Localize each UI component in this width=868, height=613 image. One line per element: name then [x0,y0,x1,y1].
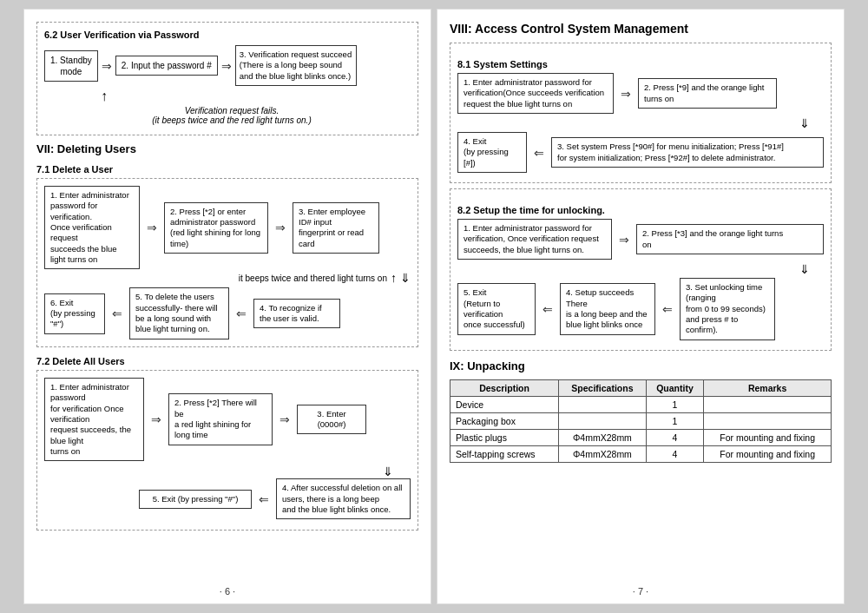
row2-remarks [704,412,832,429]
table-row: Plastic plugs Φ4mmX28mm 4 For mounting a… [450,429,832,445]
section-82: 8.2 Setup the time for unlocking. 1. Ent… [450,188,832,351]
step-72-4: 4. After successful deletion on allusers… [276,478,411,519]
section-62: 6.2 User Verification via Password 1. St… [36,22,418,135]
arrow-right-2: ⇒ [221,59,232,73]
left-page-number: · 6 · [24,586,431,597]
step-71-2: 2. Press [*2] or enteradministrator pass… [164,202,268,254]
arrow-72-1: ⇒ [151,412,161,426]
arrow-81-1: ⇒ [621,87,631,101]
step-81-3: 3. Set system Press [*90#] for menu init… [551,137,824,168]
section-ix: IX: Unpacking Description Specifications… [450,359,832,463]
row-71-bottom: 6. Exit(by pressing "#") ⇐ 5. To delete … [44,287,411,339]
arrow-72-left: ⇐ [259,492,269,506]
row2-desc: Packaging box [450,412,559,429]
step-72-2: 2. Press [*2] There will bea red light s… [168,393,273,445]
arrow-72-down: ⇓ [44,465,393,478]
row-72-top: 1. Enter administrator passwordfor verif… [44,378,411,461]
section-ix-title: IX: Unpacking [450,359,832,372]
arrow-up-icon: ↑ [101,89,108,103]
row-82-top: 1. Enter administrator password forverif… [457,219,824,260]
feedback-note-62: Verification request fails.(it beeps twi… [53,106,411,125]
row1-spec [559,396,647,412]
step-82-2: 2. Press [*3] and the orange light turns… [636,224,824,254]
col-description: Description [450,379,559,396]
row-82-bottom: 5. Exit(Return to verificationonce succe… [457,278,824,340]
right-page: VIII: Access Control System Management 8… [437,9,845,604]
arrow-82-left-1: ⇐ [542,302,553,316]
section-71: 1. Enter administratorpassword for verif… [36,178,418,347]
row4-remarks: For mounting and fixing [704,445,832,462]
table-row: Packaging box 1 [450,412,832,429]
arrow-81-left: ⇐ [534,146,544,160]
row1-qty: 1 [646,396,703,412]
section-72: 1. Enter administrator passwordfor verif… [36,370,418,531]
step-81-2: 2. Press [*9] and the orange lightturns … [638,78,777,109]
step-72-3: 3. Enter (0000#) [297,405,366,435]
row2-qty: 1 [646,412,703,429]
section-81-title: 8.1 System Settings [457,59,824,69]
section-81: 8.1 System Settings 1. Enter administrat… [450,43,832,183]
step-62-1: 1. Standbymode [44,50,98,82]
row1-remarks [704,396,832,412]
arrow-up-71: ↑ [391,271,397,285]
left-page: 6.2 User Verification via Password 1. St… [23,9,431,604]
step-72-5: 5. Exit (by pressing "#") [139,490,252,509]
step-62-2: 2. Input the password # [115,56,218,76]
section-7-title: VII: Deleting Users [36,142,418,155]
col-quantity: Quantity [646,379,703,396]
row-81-bottom: 4. Exit(by pressing [#]) ⇐ 3. Set system… [457,132,824,173]
step-82-3: 3. Set unlocking time (rangingfrom 0 to … [680,278,775,340]
row4-spec: Φ4mmX28mm [559,445,647,462]
table-row: Device 1 [450,396,832,412]
feedback-71: it beeps twice and thered light turns on… [44,271,411,285]
row1-desc: Device [450,396,559,412]
row2-spec [559,412,647,429]
arrow-82-left-2: ⇐ [662,302,673,316]
row4-desc: Self-tapping screws [450,445,559,462]
step-71-6: 6. Exit(by pressing "#") [44,293,105,334]
feedback-62: ↑ Verification request fails.(it beeps t… [53,89,411,128]
row-72-bottom: 5. Exit (by pressing "#") ⇐ 4. After suc… [44,478,411,519]
row3-qty: 4 [646,429,703,445]
table-header-row: Description Specifications Quantity Rema… [450,379,832,396]
arrow-82-down: ⇓ [457,262,810,276]
arrow-71-1: ⇒ [147,221,157,234]
table-row: Self-tapping screws Φ4mmX28mm 4 For moun… [450,445,832,462]
step-71-3: 3. Enter employeeID# inputfingerprint or… [293,202,379,254]
step-62-3: 3. Verification request succeed(There is… [235,45,357,86]
step-71-1: 1. Enter administratorpassword for verif… [44,186,140,269]
section-71-title: 7.1 Delete a User [36,164,418,175]
section-72-title: 7.2 Delete All Users [36,356,418,366]
flow-row-62: 1. Standbymode ⇒ 2. Input the password #… [44,45,411,86]
row-81-top: 1. Enter administrator password forverif… [457,73,824,114]
row4-qty: 4 [646,445,703,462]
step-82-4: 4. Setup succeeds Thereis a long beep an… [560,283,655,334]
arrow-72-2: ⇒ [279,412,290,426]
col-remarks: Remarks [704,379,832,396]
row3-spec: Φ4mmX28mm [559,429,647,445]
right-page-number: · 7 · [437,586,844,597]
arrow-71-left-1: ⇐ [112,306,122,320]
step-81-4: 4. Exit(by pressing [#]) [457,132,527,173]
up-arrow-62: ↑ [101,89,108,103]
row-71-top: 1. Enter administratorpassword for verif… [44,186,411,269]
arrow-71-left-2: ⇐ [236,306,247,320]
arrow-71-2: ⇒ [275,221,286,234]
unpack-table: Description Specifications Quantity Rema… [450,379,832,463]
feedback-71-text: it beeps twice and thered light turns on [239,274,387,283]
section-62-title: 6.2 User Verification via Password [44,30,411,40]
arrow-down-71: ⇓ [400,271,411,285]
step-72-1: 1. Enter administrator passwordfor verif… [44,378,144,461]
right-main-title: VIII: Access Control System Management [450,22,832,36]
arrow-right-1: ⇒ [102,59,112,73]
arrow-81-down: ⇓ [457,116,810,130]
step-71-5: 5. To delete the userssuccessfully- ther… [129,287,229,339]
step-82-1: 1. Enter administrator password forverif… [457,219,612,260]
step-71-4: 4. To recognize ifthe user is valid. [253,299,340,329]
section-82-title: 8.2 Setup the time for unlocking. [457,205,824,215]
step-82-5: 5. Exit(Return to verificationonce succe… [457,283,536,334]
step-81-1: 1. Enter administrator password forverif… [457,73,614,114]
arrow-82-1: ⇒ [619,233,629,247]
row3-remarks: For mounting and fixing [704,429,832,445]
row3-desc: Plastic plugs [450,429,559,445]
